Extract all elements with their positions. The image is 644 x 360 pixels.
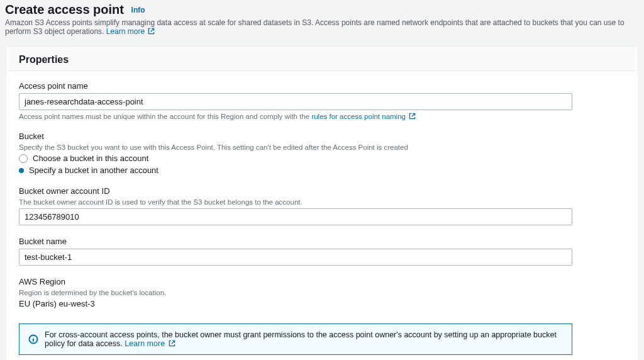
bucket-this-account-label: Choose a bucket in this account bbox=[33, 154, 148, 163]
page-title-text: Create access point bbox=[5, 3, 124, 16]
bucket-other-account-label: Specify a bucket in another account bbox=[29, 166, 158, 175]
bucket-this-account-radio[interactable]: Choose a bucket in this account bbox=[19, 154, 625, 163]
alert-text: For cross-account access points, the buc… bbox=[45, 330, 563, 348]
region-field: AWS Region Region is determined by the b… bbox=[19, 277, 625, 308]
access-point-name-hint-text: Access point names must be unique within… bbox=[19, 113, 311, 120]
radio-unchecked-icon bbox=[19, 154, 28, 163]
owner-id-hint: The bucket owner account ID is used to v… bbox=[19, 198, 625, 206]
page-description-text: Amazon S3 Access points simplify managin… bbox=[5, 18, 625, 36]
panel-body: Access point name Access point names mus… bbox=[6, 71, 638, 360]
alert-text-content: For cross-account access points, the buc… bbox=[45, 330, 557, 348]
bucket-name-input[interactable] bbox=[19, 249, 572, 266]
external-link-icon bbox=[409, 113, 416, 120]
owner-id-field: Bucket owner account ID The bucket owner… bbox=[19, 186, 625, 225]
external-link-icon bbox=[148, 28, 155, 35]
cross-account-alert: For cross-account access points, the buc… bbox=[19, 323, 572, 355]
info-link[interactable]: Info bbox=[131, 6, 145, 14]
bucket-hint: Specify the S3 bucket you want to use wi… bbox=[19, 143, 625, 151]
naming-rules-link[interactable]: rules for access point naming bbox=[311, 113, 416, 120]
bucket-name-field: Bucket name bbox=[19, 237, 625, 266]
properties-panel: Properties Access point name Access poin… bbox=[6, 46, 638, 360]
page-title: Create access point Info bbox=[5, 3, 639, 17]
bucket-other-account-radio[interactable]: Specify a bucket in another account bbox=[19, 166, 625, 175]
bucket-name-label: Bucket name bbox=[19, 237, 625, 246]
access-point-name-hint: Access point names must be unique within… bbox=[19, 113, 625, 120]
bucket-field: Bucket Specify the S3 bucket you want to… bbox=[19, 132, 625, 175]
access-point-name-field: Access point name Access point names mus… bbox=[19, 81, 625, 120]
panel-header: Properties bbox=[6, 47, 638, 71]
page-header: Create access point Info Amazon S3 Acces… bbox=[0, 0, 644, 42]
svg-point-2 bbox=[33, 337, 34, 337]
owner-id-input[interactable] bbox=[19, 208, 572, 225]
learn-more-link[interactable]: Learn more bbox=[106, 27, 155, 36]
owner-id-label: Bucket owner account ID bbox=[19, 186, 625, 196]
learn-more-text: Learn more bbox=[106, 27, 145, 36]
region-hint: Region is determined by the bucket's loc… bbox=[19, 289, 625, 296]
info-icon bbox=[28, 334, 38, 344]
external-link-icon bbox=[169, 340, 175, 347]
naming-rules-link-text: rules for access point naming bbox=[311, 113, 406, 120]
panel-title: Properties bbox=[19, 54, 625, 65]
region-value: EU (Paris) eu-west-3 bbox=[19, 299, 625, 308]
bucket-label: Bucket bbox=[19, 132, 625, 141]
page-description: Amazon S3 Access points simplify managin… bbox=[5, 18, 639, 36]
access-point-name-label: Access point name bbox=[19, 81, 625, 91]
alert-learn-more-link[interactable]: Learn more bbox=[125, 339, 175, 348]
alert-learn-more-text: Learn more bbox=[125, 339, 165, 348]
radio-checked-icon bbox=[19, 168, 24, 173]
access-point-name-input[interactable] bbox=[19, 93, 572, 110]
region-label: AWS Region bbox=[19, 277, 625, 286]
